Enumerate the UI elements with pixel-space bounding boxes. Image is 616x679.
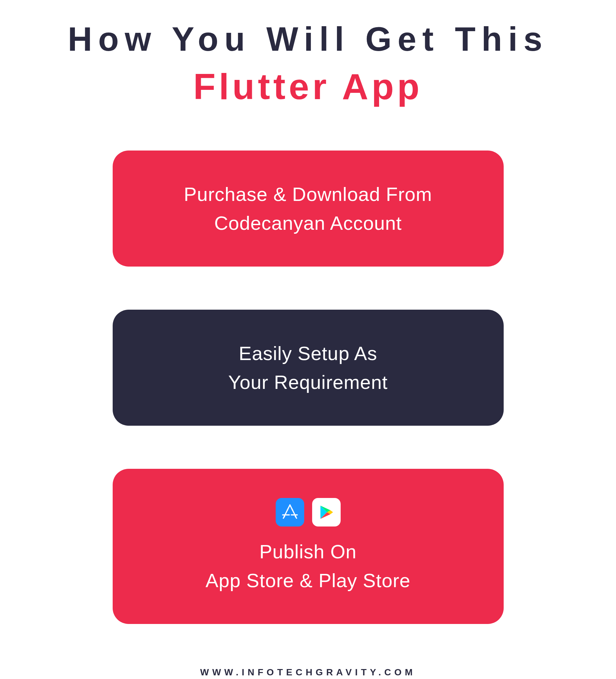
publish-card: Publish On App Store & Play Store [113,469,504,624]
setup-line1: Easily Setup As [228,339,388,368]
purchase-line2: Codecanyan Account [184,208,432,237]
main-heading: How You Will Get This Flutter App [68,20,548,107]
footer-url: WWW.INFOTECHGRAVITY.COM [200,667,416,678]
store-icons [276,498,341,526]
publish-line1: Publish On [205,537,410,566]
play-store-icon [312,498,341,526]
app-store-icon [276,498,304,526]
purchase-card: Purchase & Download From Codecanyan Acco… [113,151,504,266]
publish-line2: App Store & Play Store [205,566,410,595]
heading-line1: How You Will Get This [68,20,548,59]
publish-text: Publish On App Store & Play Store [205,537,410,595]
setup-line2: Your Requirement [228,368,388,396]
purchase-line1: Purchase & Download From [184,180,432,208]
setup-text: Easily Setup As Your Requirement [228,339,388,396]
heading-line2: Flutter App [68,65,548,107]
setup-card: Easily Setup As Your Requirement [113,310,504,426]
purchase-text: Purchase & Download From Codecanyan Acco… [184,180,432,237]
